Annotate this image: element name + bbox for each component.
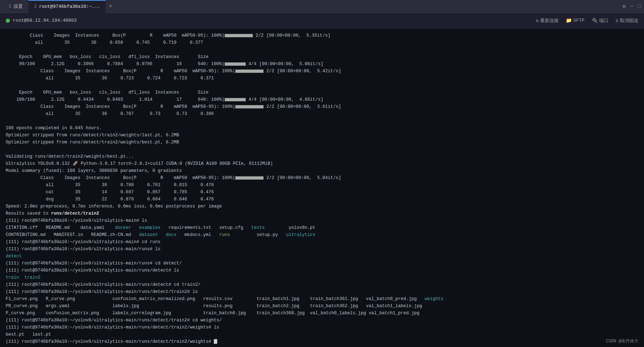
reconnect-action[interactable]: ↻ 重新连接 [536, 17, 559, 24]
reconnect-label: 重新连接 [540, 17, 559, 24]
terminal-output[interactable]: Class Images Instances Box(P R mAP50 mAP… [0, 28, 644, 347]
reconnect-icon: ↻ [536, 17, 539, 23]
minimize-icon[interactable]: ─ [630, 3, 634, 10]
connection-label: root@60.12.94.194:40003 [13, 18, 76, 23]
topbar-actions: ↻ 重新连接 📁 SFTP 🔌 端口 ⚓ 取消固连 [536, 17, 638, 24]
sftp-label: SFTP [573, 18, 584, 23]
terminal-label: 端口 [599, 17, 608, 24]
connection-status-dot [6, 19, 10, 23]
new-tab-button[interactable]: + [106, 3, 115, 10]
sftp-action[interactable]: 📁 SFTP [566, 17, 584, 23]
sftp-icon: 📁 [566, 17, 572, 23]
settings-icon[interactable]: ⚙ [622, 3, 626, 10]
tab1-number: 1 [9, 4, 11, 9]
disconnect-label: 取消固连 [620, 17, 638, 24]
disconnect-action[interactable]: ⚓ 取消固连 [616, 17, 638, 24]
terminal-action[interactable]: 🔌 端口 [592, 17, 608, 24]
tab-settings[interactable]: 1 设置 [3, 0, 28, 13]
tab2-number: 2 [34, 4, 37, 9]
branding: CSDN @依丹体力 [606, 338, 638, 344]
tab2-label: root@9746bfa30a10:~... [39, 4, 100, 9]
terminal-icon: 🔌 [592, 17, 598, 23]
tab-terminal[interactable]: 2 root@9746bfa30a10:~... [28, 0, 106, 13]
disconnect-icon: ⚓ [616, 17, 618, 23]
tab1-label: 设置 [14, 3, 23, 10]
titlebar: 1 设置 2 root@9746bfa30a10:~... + ⚙ ─ □ [0, 0, 644, 13]
maximize-icon[interactable]: □ [638, 3, 641, 10]
topbar: root@60.12.94.194:40003 ↻ 重新连接 📁 SFTP 🔌 … [0, 13, 644, 28]
titlebar-icons: ⚙ ─ □ [622, 3, 641, 10]
